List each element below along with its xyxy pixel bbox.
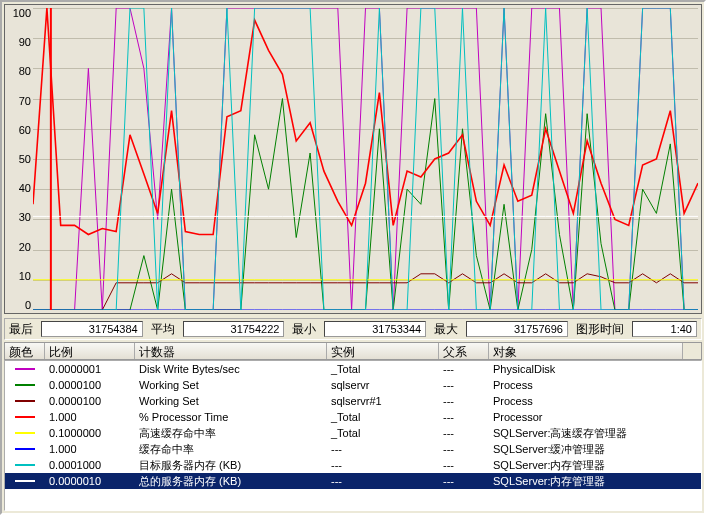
counter-row[interactable]: 0.0000100Working Setsqlservr#1---Process [5,393,701,409]
counter-row[interactable]: 0.0000100Working Setsqlservr---Process [5,377,701,393]
y-tick: 50 [19,153,31,165]
y-tick: 40 [19,182,31,194]
counter-row[interactable]: 0.1000000高速缓存命中率_Total---SQLServer:高速缓存管… [5,425,701,441]
perfmon-window: 1009080706050403020100 最后 31754384 平均 31… [0,0,706,515]
y-tick: 30 [19,211,31,223]
color-swatch [15,464,35,466]
chart-series-line [33,99,698,310]
last-label: 最后 [9,321,33,338]
header-object[interactable]: 对象 [489,343,683,359]
min-value: 31753344 [324,321,426,337]
duration-label: 图形时间 [576,321,624,338]
y-tick: 100 [13,7,31,19]
color-swatch [15,416,35,418]
header-counter[interactable]: 计数器 [135,343,327,359]
counter-row[interactable]: 0.0000010总的服务器内存 (KB)------SQLServer:内存管… [5,473,701,489]
color-swatch [15,368,35,370]
counter-row[interactable]: 1.000% Processor Time_Total---Processor [5,409,701,425]
color-swatch [15,480,35,482]
min-label: 最小 [292,321,316,338]
counter-row[interactable]: 1.000缓存命中率------SQLServer:缓冲管理器 [5,441,701,457]
color-swatch [15,384,35,386]
chart-series-line [33,8,698,310]
y-axis: 1009080706050403020100 [5,5,33,313]
chart-series-line [33,8,698,235]
avg-label: 平均 [151,321,175,338]
y-tick: 80 [19,65,31,77]
max-value: 31757696 [466,321,568,337]
last-value: 31754384 [41,321,143,337]
y-tick: 60 [19,124,31,136]
counter-list-header[interactable]: 颜色比例计数器实例父系对象 [4,342,702,360]
y-tick: 20 [19,241,31,253]
counter-row[interactable]: 0.0000001Disk Write Bytes/sec_Total---Ph… [5,361,701,377]
color-swatch [15,400,35,402]
counter-row[interactable]: 0.0001000目标服务器内存 (KB)------SQLServer:内存管… [5,457,701,473]
header-color[interactable]: 颜色 [5,343,45,359]
y-tick: 70 [19,95,31,107]
y-tick: 10 [19,270,31,282]
avg-value: 31754222 [183,321,285,337]
color-swatch [15,448,35,450]
counter-list[interactable]: 0.0000001Disk Write Bytes/sec_Total---Ph… [4,360,702,511]
y-tick: 90 [19,36,31,48]
chart-plot[interactable] [33,8,698,310]
y-tick: 0 [25,299,31,311]
header-scale[interactable]: 比例 [45,343,135,359]
header-parent[interactable]: 父系 [439,343,489,359]
stats-bar: 最后 31754384 平均 31754222 最小 31753344 最大 3… [4,318,702,340]
duration-value: 1:40 [632,321,697,337]
chart-area: 1009080706050403020100 [4,4,702,314]
color-swatch [15,432,35,434]
chart-series-line [33,8,698,310]
max-label: 最大 [434,321,458,338]
header-instance[interactable]: 实例 [327,343,439,359]
